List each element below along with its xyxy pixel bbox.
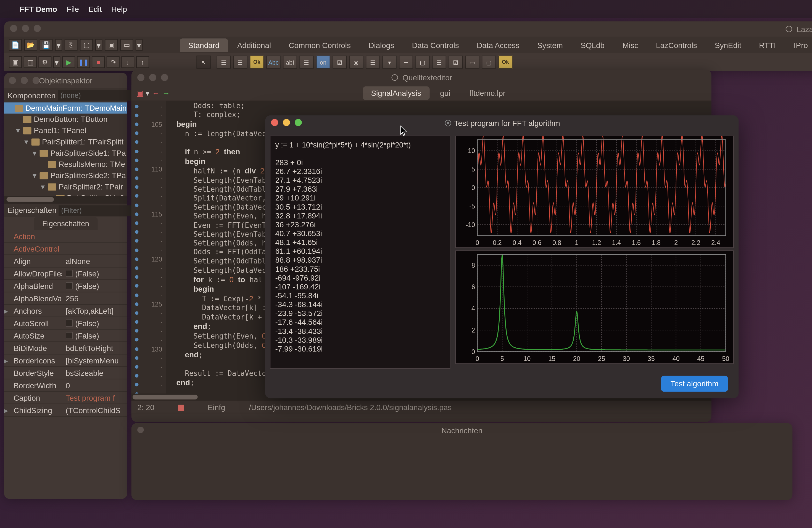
property-row[interactable]: AutoSize (False) <box>4 330 127 342</box>
comp-scrollbar[interactable]: ━ <box>399 56 413 69</box>
step-over-button[interactable]: ↷ <box>106 56 120 68</box>
property-row[interactable]: ▸Anchors[akTop,akLeft] <box>4 305 127 317</box>
svg-text:-5: -5 <box>469 203 475 210</box>
saveall-button[interactable]: ⎘ <box>64 39 77 51</box>
editor-tab-fftdemo.lpr[interactable]: fftdemo.lpr <box>461 86 514 100</box>
editor-tab-signalanalysis[interactable]: SignalAnalysis <box>363 86 429 100</box>
comp-checkbox[interactable]: ☑ <box>333 56 347 69</box>
config-button[interactable]: ⚙ <box>39 56 52 68</box>
tree-item[interactable]: ▾PairSplitterSide1: TPa <box>4 147 127 159</box>
editor-gutter[interactable]: ··105····110····115····120····125····130… <box>131 101 166 394</box>
menu-help[interactable]: Help <box>111 4 127 13</box>
palette-tab-dialogs[interactable]: Dialogs <box>360 38 402 52</box>
palette-tab-data-access[interactable]: Data Access <box>468 38 528 52</box>
zoom-button[interactable] <box>295 119 302 126</box>
save-dropdown[interactable]: ▾ <box>55 39 62 51</box>
window-controls[interactable] <box>10 25 41 32</box>
comp-edit[interactable]: abI <box>283 56 297 69</box>
comp-groupbox[interactable]: ▢ <box>416 56 430 69</box>
palette-tab-sqldb[interactable]: SQLdb <box>572 38 613 52</box>
property-row[interactable]: AutoScroll (False) <box>4 317 127 330</box>
comp-radiogroup[interactable]: ☰ <box>432 56 446 69</box>
menu-file[interactable]: File <box>67 4 79 13</box>
property-row[interactable]: AlignalNone <box>4 255 127 268</box>
nav-forward-button[interactable]: → <box>162 88 170 97</box>
property-row[interactable]: CaptionTest program f <box>4 392 127 404</box>
comp-togglebox[interactable]: on <box>316 56 330 69</box>
new-form-button[interactable]: ▢ <box>80 39 93 51</box>
minimize-button[interactable] <box>283 119 290 126</box>
component-tree[interactable]: DemoMainForm: TDemoMainDemoButton: TButt… <box>4 102 127 196</box>
comp-checkgroup[interactable]: ☑ <box>449 56 463 69</box>
tree-item[interactable]: PairSplitterSide3 <box>4 192 127 196</box>
palette-tab-common-controls[interactable]: Common Controls <box>280 38 359 52</box>
bookmark-icon[interactable]: ▣ <box>136 88 143 97</box>
comp-radiobutton[interactable]: ◉ <box>349 56 363 69</box>
comp-button[interactable]: Ok <box>250 56 264 69</box>
property-row[interactable]: AllowDropFiles (False) <box>4 268 127 280</box>
property-row[interactable]: Action <box>4 230 127 243</box>
property-row[interactable]: AlphaBlend (False) <box>4 280 127 292</box>
palette-tab-system[interactable]: System <box>529 38 571 52</box>
step-into-button[interactable]: ↓ <box>121 56 134 68</box>
view-units-button[interactable]: ▣ <box>9 56 22 68</box>
menu-edit[interactable]: Edit <box>88 4 102 13</box>
nav-back-button[interactable]: ← <box>152 88 160 97</box>
units-dropdown[interactable]: ▾ <box>135 39 143 51</box>
view-forms-button[interactable]: ▥ <box>24 56 37 68</box>
palette-tab-rtti[interactable]: RTTI <box>751 38 784 52</box>
comp-combobox[interactable]: ▾ <box>382 56 396 69</box>
tree-item[interactable]: ▾PairSplitter1: TPairSplitt <box>4 136 127 147</box>
new-button[interactable]: 📄 <box>9 39 22 51</box>
palette-tab-lazcontrols[interactable]: LazControls <box>648 38 706 52</box>
selector-tool[interactable]: ↖ <box>197 56 211 69</box>
open-button[interactable]: 📂 <box>24 39 37 51</box>
tree-item[interactable]: DemoMainForm: TDemoMain <box>4 102 127 114</box>
comp-frame[interactable]: ▢ <box>482 56 496 69</box>
property-row[interactable]: ▸ChildSizing(TControlChildS <box>4 404 127 417</box>
tree-item[interactable]: ResultsMemo: TMe <box>4 159 127 170</box>
palette-tab-ipro[interactable]: IPro <box>785 38 812 52</box>
comp-panel[interactable]: ▭ <box>465 56 479 69</box>
tree-scrollbar[interactable] <box>4 196 127 203</box>
property-row[interactable]: AlphaBlendValu255 <box>4 292 127 305</box>
close-button[interactable] <box>271 119 278 126</box>
comp-popupmenu[interactable]: ☰ <box>233 56 247 69</box>
tree-item[interactable]: ▾PairSplitterSide2: TPa <box>4 170 127 181</box>
property-row[interactable]: ActiveControl <box>4 243 127 255</box>
editor-tab-gui[interactable]: gui <box>432 86 459 100</box>
palette-tab-standard[interactable]: Standard <box>180 38 228 52</box>
property-row[interactable]: BorderWidth0 <box>4 379 127 392</box>
app-menu[interactable]: FFT Demo <box>19 4 57 13</box>
palette-tab-additional[interactable]: Additional <box>229 38 279 52</box>
property-row[interactable]: BiDiModebdLeftToRight <box>4 342 127 355</box>
pause-button[interactable]: ❚❚ <box>77 56 90 68</box>
toggle-form-button[interactable]: ▣ <box>105 39 118 51</box>
tree-item[interactable]: ▾PairSplitter2: TPair <box>4 181 127 192</box>
new-form-dropdown[interactable]: ▾ <box>95 39 102 51</box>
config-dropdown[interactable]: ▾ <box>53 56 60 68</box>
test-algorithm-button[interactable]: Test algorithm <box>661 376 728 392</box>
palette-tab-misc[interactable]: Misc <box>614 38 646 52</box>
comp-label[interactable]: Abc <box>266 56 280 69</box>
bookmark-dropdown[interactable]: ▾ <box>146 88 150 97</box>
stop-button[interactable]: ■ <box>92 56 105 68</box>
comp-actionlist[interactable]: Ok <box>498 56 512 69</box>
palette-tab-synedit[interactable]: SynEdit <box>707 38 750 52</box>
save-button[interactable]: 💾 <box>40 39 53 51</box>
comp-memo[interactable]: ☰ <box>300 56 314 69</box>
property-row[interactable]: BorderStylebsSizeable <box>4 367 127 379</box>
units-button[interactable]: ▭ <box>120 39 133 51</box>
property-row[interactable]: ▸BorderIcons[biSystemMenu <box>4 355 127 367</box>
step-out-button[interactable]: ↑ <box>136 56 149 68</box>
comp-mainmenu[interactable]: ☰ <box>217 56 231 69</box>
tree-item[interactable]: ▾Panel1: TPanel <box>4 125 127 136</box>
tree-item[interactable]: DemoButton: TButton <box>4 114 127 125</box>
settings-icon <box>785 25 793 33</box>
results-memo[interactable]: y := 1 + 10*sin(2*pi*5*t) + 4*sin(2*pi*2… <box>270 136 450 369</box>
tab-properties[interactable]: Eigenschaften <box>34 217 98 230</box>
palette-tab-data-controls[interactable]: Data Controls <box>404 38 467 52</box>
comp-listbox[interactable]: ☰ <box>366 56 380 69</box>
property-grid[interactable]: ActionActiveControlAlignalNoneAllowDropF… <box>4 230 127 417</box>
run-button[interactable]: ▶ <box>62 56 75 68</box>
